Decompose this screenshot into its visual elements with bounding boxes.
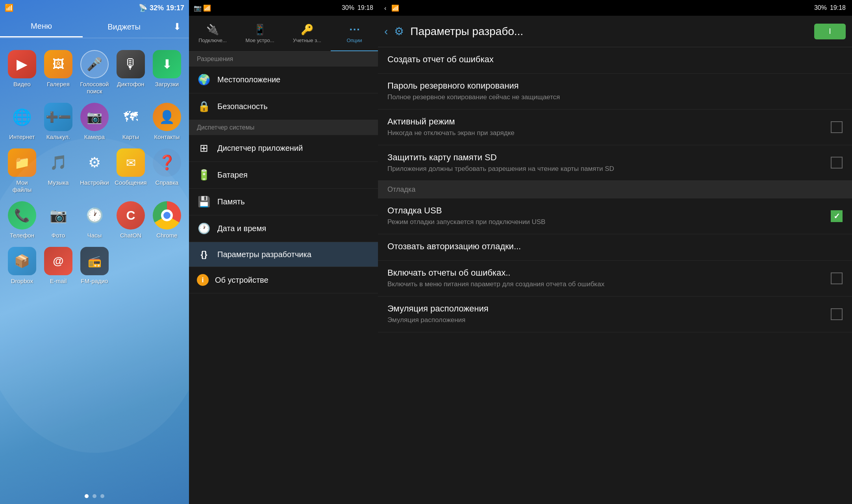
app-chrome[interactable]: Chrome (149, 197, 185, 243)
app-icon-camera: 📷 (80, 103, 109, 131)
accounts-icon: 🔑 (301, 24, 313, 36)
dev-item-bug-reports[interactable]: Включать отчеты об ошибках.. Включить в … (378, 261, 852, 296)
dev-toggle[interactable]: I (814, 24, 846, 39)
app-icon-gallery: 🖼 (44, 50, 72, 78)
app-icon-messages: ✉ (117, 148, 145, 177)
tab-accounts-label: Учетные з... (293, 37, 321, 43)
app-icon-dictaphone: 🎙 (117, 50, 145, 78)
app-camera[interactable]: 📷 Камера (76, 99, 113, 145)
app-phone[interactable]: 📞 Телефон (4, 197, 40, 243)
app-video[interactable]: ▶ Видео (4, 46, 40, 99)
app-label-contacts: Контакты (154, 133, 180, 141)
status-bar-settings: 📷 📶 30% 19:18 (189, 0, 378, 16)
battery-dev: 30% (814, 4, 827, 11)
dev-item-active-mode[interactable]: Активный режим Никогда не отключать экра… (378, 109, 852, 145)
dev-status-right: 30% 19:18 (814, 4, 846, 11)
app-internet[interactable]: 🌐 Интернет (4, 99, 40, 145)
app-label-internet: Интернет (9, 133, 35, 141)
app-clock[interactable]: 🕐 Часы (76, 197, 113, 243)
app-icon-chrome (153, 201, 181, 230)
tab-accounts[interactable]: 🔑 Учетные з... (283, 16, 331, 51)
security-icon: 🔒 (197, 100, 211, 113)
app-help[interactable]: ❓ Справка (149, 145, 185, 197)
dev-status-left: ‹ 📶 (384, 4, 399, 12)
status-bar-home: 📶 📡 32% 19:17 (0, 0, 189, 16)
app-music[interactable]: 🎵 Музыка (40, 145, 76, 197)
dev-item-bug-report[interactable]: Создать отчет об ошибках (378, 47, 852, 74)
mock-location-subtitle: Эмуляция расположения (387, 315, 824, 325)
app-settings[interactable]: ⚙ Настройки (76, 145, 113, 197)
back-button-dev[interactable]: ‹ (384, 25, 388, 38)
app-icon-files: 📁 (8, 148, 36, 177)
app-chaton[interactable]: C ChatON (113, 197, 149, 243)
sd-protect-subtitle: Приложения должны требовать разрешения н… (387, 164, 824, 174)
memory-label: Память (217, 197, 370, 206)
debug-label: Отладка (387, 185, 415, 193)
battery-label: Батарея (217, 170, 370, 180)
app-label-chaton: ChatON (120, 232, 141, 239)
app-calculator[interactable]: ➕➖ Калькул. (40, 99, 76, 145)
app-label-chrome: Chrome (156, 232, 177, 239)
bug-reports-checkbox[interactable] (831, 272, 843, 284)
devmode-icon: {} (197, 249, 211, 259)
app-label-gallery: Галерея (47, 81, 70, 88)
dev-item-backup-password[interactable]: Пароль резервного копирования Полное рез… (378, 74, 852, 109)
app-icon-contacts: 👤 (153, 103, 181, 131)
app-maps[interactable]: 🗺 Карты (113, 99, 149, 145)
active-mode-checkbox[interactable] (831, 121, 843, 133)
usb-debug-checkbox[interactable] (831, 210, 843, 222)
dev-item-revoke-auth[interactable]: Отозвать авторизацию отладки... (378, 234, 852, 261)
settings-item-battery[interactable]: 🔋 Батарея (189, 162, 378, 189)
mock-location-title: Эмуляция расположения (387, 304, 824, 314)
download-tab-icon[interactable]: ⬇ (165, 16, 189, 38)
tab-menu[interactable]: Меню (0, 16, 83, 37)
permissions-label: Разрешения (197, 56, 233, 62)
app-email[interactable]: @ E-mail (40, 243, 76, 289)
location-label: Местоположение (217, 75, 370, 84)
dot-1 (85, 494, 89, 498)
sysmanager-header: Диспетчер системы (189, 120, 378, 135)
tab-options[interactable]: ⋯ Опции (331, 16, 378, 51)
tab-mydevice[interactable]: 📱 Мое устро... (236, 16, 283, 51)
app-dictaphone[interactable]: 🎙 Диктофон (113, 46, 149, 99)
app-label-dictaphone: Диктофон (117, 81, 144, 88)
app-gallery[interactable]: 🖼 Галерея (40, 46, 76, 99)
mydevice-icon: 📱 (254, 24, 266, 36)
app-contacts[interactable]: 👤 Контакты (149, 99, 185, 145)
settings-item-datetime[interactable]: 🕐 Дата и время (189, 215, 378, 242)
devmode-label: Параметры разработчика (217, 250, 370, 259)
settings-item-location[interactable]: 🌍 Местоположение (189, 67, 378, 93)
tab-widgets[interactable]: Виджеты (83, 17, 165, 37)
sd-protect-checkbox[interactable] (831, 157, 843, 169)
usb-debug-main: Отладка USB Режим отладки запускается пр… (387, 206, 824, 227)
settings-item-appmanager[interactable]: ⊞ Диспетчер приложений (189, 135, 378, 162)
app-dropbox[interactable]: 📦 Dropbox (4, 243, 40, 289)
tab-connect[interactable]: 🔌 Подключе... (189, 16, 236, 51)
app-icon-fmradio: 📻 (80, 247, 109, 275)
settings-item-about[interactable]: i Об устройстве (189, 267, 378, 293)
app-label-help: Справка (156, 179, 179, 186)
app-voice[interactable]: 🎤 Голосовой поиск (76, 46, 113, 99)
bug-report-main: Создать отчет об ошибках (387, 54, 843, 66)
tab-connect-label: Подключе... (198, 37, 227, 43)
dev-item-usb-debug[interactable]: Отладка USB Режим отладки запускается пр… (378, 198, 852, 234)
bug-reports-title: Включать отчеты об ошибках.. (387, 268, 824, 278)
mock-location-checkbox[interactable] (831, 308, 843, 320)
dev-item-sd-protect[interactable]: Защитить карту памяти SD Приложения долж… (378, 145, 852, 181)
app-label-voice: Голосовой поиск (78, 81, 111, 95)
app-grid: ▶ Видео 🖼 Галерея 🎤 Голосовой поиск 🎙 Ди… (0, 38, 189, 488)
app-messages[interactable]: ✉ Сообщения (113, 145, 149, 197)
app-photo[interactable]: 📷 Фото (40, 197, 76, 243)
bug-reports-main: Включать отчеты об ошибках.. Включить в … (387, 268, 824, 289)
settings-item-memory[interactable]: 💾 Память (189, 189, 378, 215)
app-label-clock: Часы (87, 232, 102, 239)
app-files[interactable]: 📁 Мои файлы (4, 145, 40, 197)
sd-protect-main: Защитить карту памяти SD Приложения долж… (387, 152, 824, 174)
app-fmradio[interactable]: 📻 FM-радио (76, 243, 113, 289)
dev-item-mock-location[interactable]: Эмуляция расположения Эмуляция расположе… (378, 296, 852, 332)
app-downloads[interactable]: ⬇ Загрузки (149, 46, 185, 99)
settings-item-devmode[interactable]: {} Параметры разработчика (189, 242, 378, 267)
status-right-settings: 30% 19:18 (342, 4, 373, 11)
status-bar-dev: ‹ 📶 30% 19:18 (378, 0, 852, 16)
settings-item-security[interactable]: 🔒 Безопасность (189, 93, 378, 120)
